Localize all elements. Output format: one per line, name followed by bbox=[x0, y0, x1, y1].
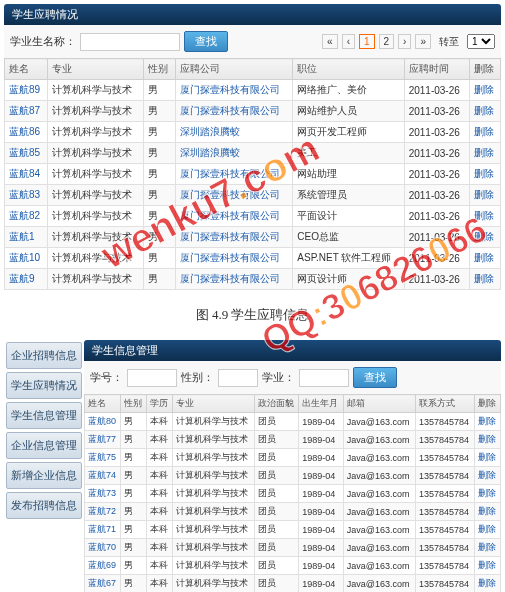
company-link[interactable]: 深圳踏浪腾蛟 bbox=[175, 122, 293, 143]
student-name-link[interactable]: 蓝航9 bbox=[5, 269, 48, 290]
cell: 团员 bbox=[254, 503, 299, 521]
sidebar-item[interactable]: 企业招聘信息 bbox=[6, 342, 82, 369]
delete-link[interactable]: 删除 bbox=[469, 227, 500, 248]
company-link[interactable]: 厦门探壹科技有限公司 bbox=[175, 248, 293, 269]
sidebar-item[interactable]: 企业信息管理 bbox=[6, 432, 82, 459]
cell: 团员 bbox=[254, 557, 299, 575]
delete-link[interactable]: 删除 bbox=[469, 206, 500, 227]
delete-link[interactable]: 删除 bbox=[469, 101, 500, 122]
cell: 网页设计师 bbox=[293, 269, 404, 290]
cell: 团员 bbox=[254, 539, 299, 557]
student-name-link[interactable]: 蓝航72 bbox=[85, 503, 121, 521]
student-name-link[interactable]: 蓝航73 bbox=[85, 485, 121, 503]
student-name-link[interactable]: 蓝航69 bbox=[85, 557, 121, 575]
cell: CEO总监 bbox=[293, 227, 404, 248]
delete-link[interactable]: 删除 bbox=[469, 122, 500, 143]
cell: 2011-03-26 bbox=[404, 143, 469, 164]
student-name-link[interactable]: 蓝航85 bbox=[5, 143, 48, 164]
delete-link[interactable]: 删除 bbox=[475, 467, 501, 485]
pager-first[interactable]: « bbox=[322, 34, 338, 49]
search-input[interactable] bbox=[80, 33, 180, 51]
cell: 男 bbox=[121, 467, 147, 485]
cell: 计算机科学与技术 bbox=[173, 539, 255, 557]
student-name-link[interactable]: 蓝航84 bbox=[5, 164, 48, 185]
pager-last[interactable]: » bbox=[415, 34, 431, 49]
pager-page-1[interactable]: 1 bbox=[359, 34, 375, 49]
cell: 计算机科学与技术 bbox=[48, 101, 144, 122]
cell: 1357845784 bbox=[415, 413, 474, 431]
student-name-link[interactable]: 蓝航80 bbox=[85, 413, 121, 431]
table-row: 蓝航70男本科计算机科学与技术团员1989-04Java@163.com1357… bbox=[85, 539, 501, 557]
search-input-sn[interactable] bbox=[127, 369, 177, 387]
company-link[interactable]: 厦门探壹科技有限公司 bbox=[175, 80, 293, 101]
company-link[interactable]: 厦门探壹科技有限公司 bbox=[175, 227, 293, 248]
search-button-2[interactable]: 查找 bbox=[353, 367, 397, 388]
delete-link[interactable]: 删除 bbox=[475, 485, 501, 503]
company-link[interactable]: 深圳踏浪腾蛟 bbox=[175, 143, 293, 164]
search-input-edu[interactable] bbox=[299, 369, 349, 387]
student-name-link[interactable]: 蓝航83 bbox=[5, 185, 48, 206]
delete-link[interactable]: 删除 bbox=[475, 557, 501, 575]
student-name-link[interactable]: 蓝航75 bbox=[85, 449, 121, 467]
col-header: 学历 bbox=[147, 395, 173, 413]
student-name-link[interactable]: 蓝航87 bbox=[5, 101, 48, 122]
student-name-link[interactable]: 蓝航70 bbox=[85, 539, 121, 557]
company-link[interactable]: 厦门探壹科技有限公司 bbox=[175, 206, 293, 227]
company-link[interactable]: 厦门探壹科技有限公司 bbox=[175, 185, 293, 206]
cell: 男 bbox=[121, 485, 147, 503]
delete-link[interactable]: 删除 bbox=[475, 503, 501, 521]
cell: 1989-04 bbox=[299, 413, 344, 431]
sidebar-item[interactable]: 学生应聘情况 bbox=[6, 372, 82, 399]
cell: 计算机科学与技术 bbox=[48, 143, 144, 164]
company-link[interactable]: 厦门探壹科技有限公司 bbox=[175, 164, 293, 185]
sidebar-item[interactable]: 学生信息管理 bbox=[6, 402, 82, 429]
pager-prev[interactable]: ‹ bbox=[342, 34, 355, 49]
student-name-link[interactable]: 蓝航86 bbox=[5, 122, 48, 143]
student-name-link[interactable]: 蓝航89 bbox=[5, 80, 48, 101]
search-input-sex[interactable] bbox=[218, 369, 258, 387]
cell: 1357845784 bbox=[415, 503, 474, 521]
sidebar-item[interactable]: 发布招聘信息 bbox=[6, 492, 82, 519]
student-name-link[interactable]: 蓝航77 bbox=[85, 431, 121, 449]
student-name-link[interactable]: 蓝航71 bbox=[85, 521, 121, 539]
student-name-link[interactable]: 蓝航82 bbox=[5, 206, 48, 227]
student-name-link[interactable]: 蓝航74 bbox=[85, 467, 121, 485]
student-name-link[interactable]: 蓝航10 bbox=[5, 248, 48, 269]
delete-link[interactable]: 删除 bbox=[475, 539, 501, 557]
cell: 2011-03-26 bbox=[404, 227, 469, 248]
search-button[interactable]: 查找 bbox=[184, 31, 228, 52]
delete-link[interactable]: 删除 bbox=[469, 143, 500, 164]
pager-goto-select[interactable]: 1 bbox=[467, 34, 495, 49]
col-header: 删除 bbox=[469, 59, 500, 80]
pager-page-2[interactable]: 2 bbox=[379, 34, 395, 49]
sidebar-item[interactable]: 新增企业信息 bbox=[6, 462, 82, 489]
cell: 1989-04 bbox=[299, 467, 344, 485]
col-header: 应聘时间 bbox=[404, 59, 469, 80]
delete-link[interactable]: 删除 bbox=[475, 575, 501, 593]
delete-link[interactable]: 删除 bbox=[475, 431, 501, 449]
cell: 计算机科学与技术 bbox=[173, 467, 255, 485]
cell: 计算机科学与技术 bbox=[173, 557, 255, 575]
delete-link[interactable]: 删除 bbox=[469, 80, 500, 101]
sidebar: 企业招聘信息学生应聘情况学生信息管理企业信息管理新增企业信息发布招聘信息 bbox=[4, 340, 84, 592]
company-link[interactable]: 厦门探壹科技有限公司 bbox=[175, 101, 293, 122]
col-header: 联系方式 bbox=[415, 395, 474, 413]
table-row: 蓝航67男本科计算机科学与技术团员1989-04Java@163.com1357… bbox=[85, 575, 501, 593]
delete-link[interactable]: 删除 bbox=[469, 164, 500, 185]
cell: 1989-04 bbox=[299, 575, 344, 593]
col-header: 出生年月 bbox=[299, 395, 344, 413]
company-link[interactable]: 厦门探壹科技有限公司 bbox=[175, 269, 293, 290]
student-name-link[interactable]: 蓝航1 bbox=[5, 227, 48, 248]
student-name-link[interactable]: 蓝航67 bbox=[85, 575, 121, 593]
cell: 男 bbox=[121, 521, 147, 539]
cell: 本科 bbox=[147, 449, 173, 467]
delete-link[interactable]: 删除 bbox=[475, 413, 501, 431]
pager-next[interactable]: › bbox=[398, 34, 411, 49]
delete-link[interactable]: 删除 bbox=[469, 269, 500, 290]
table-row: 蓝航87计算机科学与技术男厦门探壹科技有限公司网站维护人员2011-03-26删… bbox=[5, 101, 501, 122]
col-header: 专业 bbox=[48, 59, 144, 80]
delete-link[interactable]: 删除 bbox=[475, 449, 501, 467]
delete-link[interactable]: 删除 bbox=[469, 248, 500, 269]
delete-link[interactable]: 删除 bbox=[475, 521, 501, 539]
delete-link[interactable]: 删除 bbox=[469, 185, 500, 206]
